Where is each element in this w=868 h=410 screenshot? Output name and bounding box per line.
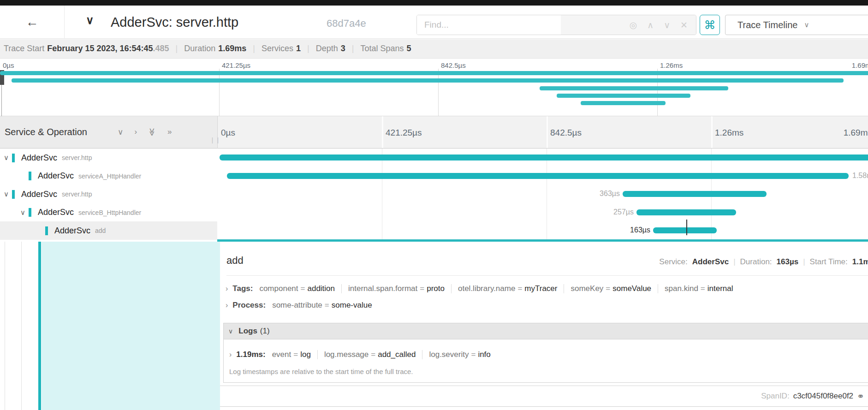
summary-value: 1: [296, 44, 301, 53]
span-name-cell[interactable]: ∨AdderSvcserver.http: [0, 185, 217, 203]
separator: |: [253, 44, 255, 53]
process-row[interactable]: ›Process:some-attribute=some-value: [226, 301, 372, 310]
kv-key: event: [272, 350, 291, 359]
kv-pair: log.message=add_called: [324, 350, 416, 359]
trace-view-selector[interactable]: Trace Timeline ∨: [725, 15, 868, 35]
span-bar[interactable]: [636, 209, 736, 215]
span-title: add: [226, 255, 244, 267]
timeline-tick-label: 842.5µs: [550, 128, 582, 138]
logs-header[interactable]: ∨ Logs (1): [224, 323, 868, 339]
selected-span-guide: [38, 242, 41, 410]
clear-search-icon[interactable]: ✕: [680, 20, 688, 30]
chevron-down-icon: ∨: [228, 327, 233, 335]
summary-value: 1.69ms: [218, 44, 246, 53]
equals-sign: =: [701, 284, 705, 293]
locate-icon[interactable]: ◎: [630, 20, 637, 30]
header-tick-line: [382, 116, 383, 148]
chevron-right-icon[interactable]: ›: [229, 351, 232, 359]
minimap-scrubber-line: [1, 85, 2, 116]
minimap-span-bar: [557, 94, 690, 98]
span-detail-footer: SpanID: c3cf045f0f8ee0f2 ⚭: [220, 386, 868, 407]
span-name-cell[interactable]: AdderSvcadd: [0, 221, 217, 240]
operation-name: add: [95, 227, 106, 234]
span-row[interactable]: AdderSvcserviceA_HttpHandler1.58ms: [0, 167, 868, 185]
equals-sign: =: [471, 350, 476, 359]
summary-item: Total Spans5: [361, 44, 411, 53]
back-arrow-icon: ←: [26, 15, 39, 30]
expand-all-icon[interactable]: »: [167, 127, 172, 137]
meta-value: AdderSvc: [692, 257, 729, 267]
span-row[interactable]: AdderSvcadd163µs: [0, 221, 868, 240]
service-color-tick: [12, 190, 15, 199]
logs-note: Log timestamps are relative to the start…: [229, 368, 413, 375]
next-result-icon[interactable]: ∨: [664, 20, 670, 30]
summary-value: 3: [341, 44, 345, 53]
summary-label: Trace Start: [4, 44, 44, 53]
span-row[interactable]: ∨AdderSvcserver.http363µs: [0, 185, 868, 203]
section-label: Tags:: [232, 284, 253, 293]
span-row[interactable]: ∨AdderSvcserviceB_HttpHandler257µs: [0, 203, 868, 222]
prev-result-icon[interactable]: ∧: [647, 20, 654, 30]
column-resizer-grip[interactable]: ❘❘: [210, 137, 221, 143]
span-meta: Service:AdderSvc|Duration:163µs|Start Ti…: [659, 257, 868, 267]
chevron-right-icon[interactable]: ›: [226, 301, 228, 309]
back-button[interactable]: ←: [0, 6, 65, 39]
kv-pair: internal.span.format=proto: [348, 284, 445, 293]
kv-key: component: [259, 284, 298, 293]
collapse-one-icon[interactable]: ≫: [148, 128, 157, 137]
service-operation-header: Service & Operation ∨›≫»: [0, 116, 217, 148]
tags-row[interactable]: ›Tags:component=additioninternal.span.fo…: [226, 284, 733, 293]
find-input[interactable]: [417, 15, 561, 35]
summary-value: 5: [407, 44, 411, 53]
timeline-tick-label: 421.25µs: [386, 128, 422, 138]
kv-value: log: [300, 350, 311, 359]
spanid-value: c3cf045f0f8ee0f2: [793, 392, 853, 401]
minimap-span-bar: [540, 86, 728, 90]
equals-sign: =: [301, 284, 305, 293]
expand-one-icon[interactable]: ›: [134, 127, 137, 137]
find-controls: ◎ ∧ ∨ ✕: [561, 15, 696, 35]
chevron-down-icon: ∨: [804, 21, 809, 29]
separator: |: [176, 44, 178, 53]
kv-pair: someKey=someValue: [571, 284, 651, 293]
kv-value: internal: [707, 284, 733, 293]
kv-key: log.severity: [429, 350, 469, 359]
summary-item: Services1: [262, 44, 301, 53]
chevron-right-icon[interactable]: ›: [226, 285, 228, 293]
span-name-cell[interactable]: ∨AdderSvcserver.http: [0, 149, 217, 167]
span-bar[interactable]: [227, 173, 849, 179]
span-bar[interactable]: [623, 191, 767, 197]
minimap-tick-label: 1.26ms: [660, 61, 683, 69]
timeline-header-row: Service & Operation ∨›≫» ❘❘ 0µs421.25µs8…: [0, 116, 868, 149]
separator: [317, 350, 318, 359]
link-icon[interactable]: ⚭: [857, 391, 864, 402]
collapse-all-icon[interactable]: ∨: [118, 127, 123, 137]
header-tick-line: [547, 116, 548, 148]
service-name: AdderSvc: [21, 190, 57, 199]
minimap-gridline: [219, 69, 220, 116]
operation-name: server.http: [62, 154, 92, 161]
span-name-cell[interactable]: ∨AdderSvcserviceB_HttpHandler: [0, 203, 217, 222]
summary-value-fraction: .485: [153, 44, 169, 53]
separator: |: [307, 44, 309, 53]
span-bar[interactable]: [653, 227, 717, 233]
span-bar[interactable]: [220, 154, 868, 160]
span-rows: ∨AdderSvcserver.httpAdderSvcserviceA_Htt…: [0, 149, 868, 240]
log-entry[interactable]: ›1.19ms:event=loglog.message=add_calledl…: [229, 350, 491, 359]
kv-pair: some-attribute=some-value: [272, 301, 372, 310]
minimap-tick-label: 421.25µs: [222, 61, 250, 69]
header-collapse-chevron-icon[interactable]: ∨: [86, 14, 94, 27]
row-expand-chevron-icon[interactable]: ∨: [4, 190, 9, 198]
span-detail-panel: add Service:AdderSvc|Duration:163µs|Star…: [220, 242, 868, 410]
operation-name: server.http: [62, 190, 92, 198]
row-expand-chevron-icon[interactable]: ∨: [4, 154, 9, 162]
equals-sign: =: [420, 284, 424, 293]
row-expand-chevron-icon[interactable]: ∨: [20, 208, 25, 217]
kv-key: log.message: [324, 350, 369, 359]
service-color-tick: [12, 154, 15, 162]
service-name: AdderSvc: [21, 153, 57, 163]
trace-minimap[interactable]: 0µs421.25µs842.5µs1.26ms1.69ms: [0, 59, 868, 116]
span-name-cell[interactable]: AdderSvcserviceA_HttpHandler: [0, 167, 217, 185]
keyboard-shortcuts-button[interactable]: ⌘: [700, 15, 720, 35]
span-row[interactable]: ∨AdderSvcserver.http: [0, 149, 868, 167]
